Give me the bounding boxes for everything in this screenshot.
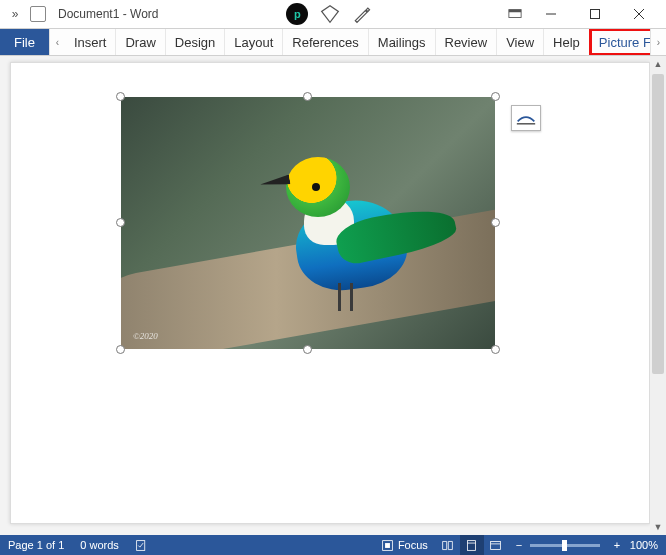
status-page[interactable]: Page 1 of 1 xyxy=(0,535,72,555)
scroll-down-icon[interactable]: ▼ xyxy=(650,519,666,535)
resize-handle-l[interactable] xyxy=(116,218,125,227)
title-center-icons: p xyxy=(286,3,372,25)
svg-rect-3 xyxy=(591,10,600,19)
scroll-thumb[interactable] xyxy=(652,74,664,374)
zoom-slider-thumb[interactable] xyxy=(562,540,567,551)
layout-options-button[interactable] xyxy=(511,105,541,131)
resize-handle-br[interactable] xyxy=(491,345,500,354)
scroll-up-icon[interactable]: ▲ xyxy=(650,56,666,72)
window-controls xyxy=(530,2,660,26)
svg-rect-12 xyxy=(491,541,501,549)
document-area: ©2020 ▲ ▼ xyxy=(0,56,666,535)
image-watermark: ©2020 xyxy=(133,331,158,341)
status-focus-label: Focus xyxy=(398,539,428,551)
resize-handle-r[interactable] xyxy=(491,218,500,227)
view-web-layout[interactable] xyxy=(484,535,508,555)
tab-layout[interactable]: Layout xyxy=(225,29,283,55)
tab-insert[interactable]: Insert xyxy=(65,29,117,55)
view-read-mode[interactable] xyxy=(436,535,460,555)
resize-handle-tr[interactable] xyxy=(491,92,500,101)
collapse-ribbon-icon[interactable]: » xyxy=(6,7,24,21)
tab-references[interactable]: References xyxy=(283,29,368,55)
bird-shape xyxy=(276,143,446,323)
svg-rect-10 xyxy=(468,540,476,550)
status-proofing-icon[interactable] xyxy=(127,535,156,555)
close-button[interactable] xyxy=(618,2,660,26)
document-title: Document1 - Word xyxy=(58,7,158,21)
title-bar: » Document1 - Word p xyxy=(0,0,666,28)
tab-draw[interactable]: Draw xyxy=(116,29,165,55)
tab-help[interactable]: Help xyxy=(544,29,590,55)
ribbon-display-options-icon[interactable] xyxy=(500,2,530,26)
status-word-count[interactable]: 0 words xyxy=(72,535,127,555)
status-focus[interactable]: Focus xyxy=(373,535,436,555)
maximize-button[interactable] xyxy=(574,2,616,26)
resize-handle-tl[interactable] xyxy=(116,92,125,101)
picture-placeholder: ©2020 xyxy=(121,97,495,349)
diamond-icon[interactable] xyxy=(320,4,340,24)
tab-scroll-left[interactable]: ‹ xyxy=(49,29,65,55)
zoom-slider[interactable] xyxy=(530,544,600,547)
tab-mailings[interactable]: Mailings xyxy=(369,29,436,55)
svg-rect-9 xyxy=(385,543,390,548)
view-print-layout[interactable] xyxy=(460,535,484,555)
zoom-level[interactable]: 100% xyxy=(622,535,666,555)
tab-scroll-right[interactable]: › xyxy=(650,29,666,55)
svg-rect-1 xyxy=(509,10,521,13)
tab-picture-format[interactable]: Picture Format xyxy=(590,29,650,55)
save-icon[interactable] xyxy=(30,6,46,22)
resize-handle-t[interactable] xyxy=(303,92,312,101)
page[interactable]: ©2020 xyxy=(10,62,650,524)
status-bar: Page 1 of 1 0 words Focus − + 100% xyxy=(0,535,666,555)
account-badge-icon[interactable]: p xyxy=(286,3,308,25)
ribbon-tabs: File ‹ Insert Draw Design Layout Referen… xyxy=(0,28,666,56)
zoom-out-button[interactable]: − xyxy=(508,535,524,555)
vertical-scrollbar[interactable]: ▲ ▼ xyxy=(650,56,666,535)
minimize-button[interactable] xyxy=(530,2,572,26)
pen-icon[interactable] xyxy=(352,4,372,24)
file-tab[interactable]: File xyxy=(0,29,49,55)
zoom-in-button[interactable]: + xyxy=(606,535,622,555)
resize-handle-b[interactable] xyxy=(303,345,312,354)
tab-design[interactable]: Design xyxy=(166,29,225,55)
tab-review[interactable]: Review xyxy=(436,29,498,55)
tab-view[interactable]: View xyxy=(497,29,544,55)
resize-handle-bl[interactable] xyxy=(116,345,125,354)
selected-picture[interactable]: ©2020 xyxy=(121,97,495,349)
